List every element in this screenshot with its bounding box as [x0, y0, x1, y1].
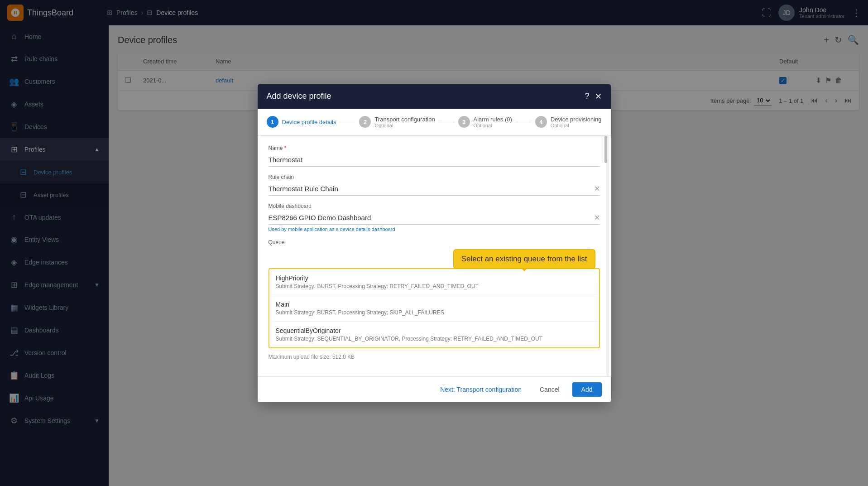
queue-item-name: HighPriority	[276, 274, 593, 282]
dialog-title: Add device profile	[267, 91, 580, 101]
name-input[interactable]	[269, 153, 600, 167]
step-3-num: 3	[458, 116, 470, 128]
queue-item-name: Main	[276, 301, 593, 308]
name-field: Name *	[269, 145, 600, 167]
queue-list-wrapper: HighPriority Submit Strategy: BURST, Pro…	[269, 268, 600, 348]
cancel-button[interactable]: Cancel	[532, 382, 567, 397]
step-connector-3	[516, 122, 532, 122]
dialog-close-button[interactable]: ✕	[595, 91, 602, 101]
step-4[interactable]: 4 Device provisioning Optional	[535, 116, 602, 128]
name-label: Name *	[269, 145, 600, 151]
mobile-dashboard-input[interactable]	[269, 211, 594, 224]
scrollbar-thumb[interactable]	[604, 136, 607, 163]
dialog-body: Name * Rule chain ✕ Mobile dashboard ✕	[258, 136, 611, 376]
queue-item-desc: Submit Strategy: BURST, Processing Strat…	[276, 283, 593, 289]
dialog-header: Add device profile ? ✕	[258, 84, 611, 109]
queue-item-highpriority[interactable]: HighPriority Submit Strategy: BURST, Pro…	[269, 269, 599, 295]
step-1[interactable]: 1 Device profile details	[267, 116, 336, 128]
rule-chain-input-wrapper: ✕	[269, 182, 600, 196]
mobile-dashboard-hint: Used by mobile application as a device d…	[269, 226, 600, 232]
step-1-label: Device profile details	[282, 119, 336, 125]
rule-chain-input[interactable]	[269, 182, 594, 195]
queue-tooltip-bubble: Select an existing queue from the list	[453, 249, 595, 269]
queue-label: Queue	[269, 239, 600, 245]
add-device-profile-dialog: Add device profile ? ✕ 1 Device profile …	[258, 84, 611, 402]
step-4-label: Device provisioning	[551, 116, 602, 123]
step-3-sublabel: Optional	[474, 123, 512, 128]
step-1-num: 1	[267, 116, 278, 128]
file-size-note: Maximum upload file size: 512.0 KB	[269, 354, 600, 360]
step-2-sublabel: Optional	[374, 123, 435, 128]
step-3-label: Alarm rules (0)	[474, 116, 512, 123]
step-connector-1	[340, 122, 355, 122]
next-button[interactable]: Next: Transport configuration	[435, 382, 527, 397]
mobile-dashboard-field: Mobile dashboard ✕ Used by mobile applic…	[269, 203, 600, 232]
add-button[interactable]: Add	[572, 382, 602, 397]
mobile-dashboard-clear-button[interactable]: ✕	[594, 213, 600, 222]
scrollbar-track[interactable]	[606, 136, 609, 376]
queue-item-name: SequentialByOriginator	[276, 327, 593, 334]
dialog-help-button[interactable]: ?	[585, 91, 589, 101]
rule-chain-clear-button[interactable]: ✕	[594, 184, 600, 193]
queue-list: HighPriority Submit Strategy: BURST, Pro…	[269, 268, 600, 348]
step-connector-2	[439, 122, 455, 122]
dialog-footer: Next: Transport configuration Cancel Add	[258, 376, 611, 402]
dialog-overlay: Add device profile ? ✕ 1 Device profile …	[0, 0, 868, 486]
rule-chain-label: Rule chain	[269, 174, 600, 180]
queue-field: Queue Select an existing queue from the …	[269, 239, 600, 360]
queue-item-sequential[interactable]: SequentialByOriginator Submit Strategy: …	[269, 322, 599, 347]
queue-item-desc: Submit Strategy: SEQUENTIAL_BY_ORIGINATO…	[276, 336, 593, 342]
step-3[interactable]: 3 Alarm rules (0) Optional	[458, 116, 512, 128]
step-2-label: Transport configuration	[374, 116, 435, 123]
rule-chain-field: Rule chain ✕	[269, 174, 600, 196]
queue-item-desc: Submit Strategy: BURST, Processing Strat…	[276, 309, 593, 316]
step-4-sublabel: Optional	[551, 123, 602, 128]
step-4-num: 4	[535, 116, 547, 128]
step-2-num: 2	[359, 116, 371, 128]
stepper: 1 Device profile details 2 Transport con…	[258, 109, 611, 136]
mobile-dashboard-input-wrapper: ✕	[269, 211, 600, 225]
queue-item-main[interactable]: Main Submit Strategy: BURST, Processing …	[269, 295, 599, 322]
step-2[interactable]: 2 Transport configuration Optional	[359, 116, 435, 128]
mobile-dashboard-label: Mobile dashboard	[269, 203, 600, 209]
